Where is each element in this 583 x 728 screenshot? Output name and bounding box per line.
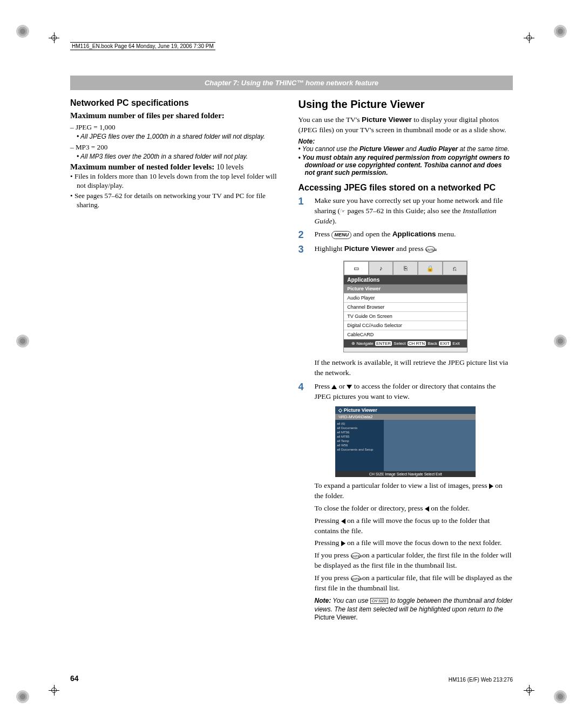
body-text: To close the folder or directory, press … (315, 504, 513, 514)
menu-footer: ⊕ Navigate ENTER Select CH RTN Back EXIT… (344, 339, 467, 348)
right-arrow-icon (341, 541, 345, 546)
tab-icon: ⎘ (393, 261, 418, 275)
list-item: • All MP3 files over the 200th in a shar… (83, 153, 285, 161)
menu-item: Audio Player (344, 294, 467, 303)
body-text: You can use the TV's Picture Viewer to d… (299, 115, 513, 135)
body-text: Pressing on a file will move the focus d… (315, 538, 513, 548)
chsize-button-icon: CH SIZE (370, 598, 389, 604)
page-title: Using the Picture Viewer (299, 98, 513, 111)
enter-button-icon: ENTER (351, 553, 361, 559)
step: 2 Press MENU and open the Applications m… (299, 229, 513, 241)
menu-item: Picture Viewer (344, 284, 467, 294)
step-number: 2 (299, 229, 315, 241)
body-text: To expand a particular folder to view a … (315, 481, 513, 501)
tab-icon: ♪ (369, 261, 394, 275)
menu-item: Channel Browser (344, 303, 467, 312)
right-column: Using the Picture Viewer You can use the… (299, 98, 513, 622)
body-text: Pressing on a file will move the focus u… (315, 516, 513, 536)
list-item: • All JPEG files over the 1,000th in a s… (83, 133, 285, 141)
section-heading: Accessing JPEG files stored on a network… (299, 183, 513, 193)
note-text: Note: You can use CH SIZE to toggle betw… (315, 597, 513, 622)
step: 1 Make sure you have correctly set up yo… (299, 196, 513, 227)
left-arrow-icon (425, 506, 429, 512)
chapter-header: Chapter 7: Using the THINC™ home network… (70, 76, 513, 90)
page-number: 64 (70, 674, 79, 683)
picture-viewer-screenshot: ◇ Picture Viewer \\RD-MV04\Data2 all (6)… (335, 406, 476, 477)
step-number: 1 (299, 196, 315, 227)
registration-mark (16, 25, 29, 38)
tab-icon: ▭ (344, 261, 369, 275)
menu-button-icon: MENU (331, 231, 351, 239)
menu-item: TV Guide On Screen (344, 312, 467, 321)
registration-mark (16, 690, 29, 703)
section-heading: Networked PC specifications (70, 98, 285, 108)
enter-button-icon: ENTER (351, 575, 361, 582)
body-text: If you press ENTER on a particular folde… (315, 550, 513, 571)
right-arrow-icon (489, 484, 493, 489)
crop-mark (49, 32, 59, 43)
registration-mark (554, 690, 567, 703)
crop-mark (524, 32, 534, 43)
menu-item: CableCARD (344, 330, 467, 339)
applications-menu-screenshot: ▭ ♪ ⎘ 🔒 ⎌ Applications Picture Viewer Au… (343, 261, 467, 352)
registration-mark (554, 335, 567, 348)
footer-code: HM116 (E/F) Web 213:276 (449, 677, 513, 683)
note-item: • You cannot use the Picture Viewer and … (305, 145, 513, 153)
pointer-icon: ☞ (340, 208, 345, 214)
left-arrow-icon (341, 519, 345, 524)
note-block: Note: • You cannot use the Picture Viewe… (299, 138, 513, 176)
menu-title: Applications (344, 275, 467, 284)
note-item: • You must obtain any required permissio… (305, 154, 513, 176)
enter-button-icon: ENTER (425, 246, 435, 253)
list-item: • See pages 57–62 for details on network… (77, 191, 285, 209)
up-arrow-icon (331, 385, 337, 389)
left-column: Networked PC specifications Maximum numb… (70, 98, 285, 622)
tab-icon: ⎌ (443, 261, 467, 275)
list-item: – JPEG = 1,000 (77, 123, 285, 132)
crop-mark (524, 685, 534, 696)
value: 10 levels (216, 163, 243, 171)
list-item: • Files in folders more than 10 levels d… (77, 172, 285, 190)
subheading: Maximum number of files per shared folde… (70, 111, 285, 120)
crop-mark (49, 685, 59, 696)
registration-mark (554, 25, 567, 38)
tab-icon: 🔒 (418, 261, 443, 275)
body-text: If you press ENTER on a particular file,… (315, 573, 513, 594)
subheading: Maximum number of nested folder levels: (70, 162, 216, 171)
registration-mark (16, 335, 29, 348)
menu-item: Digital CC/Audio Selector (344, 321, 467, 330)
step: 4 Press or to access the folder or direc… (299, 382, 513, 402)
body-text: If the network is available, it will ret… (315, 358, 513, 378)
print-header: HM116_EN.book Page 64 Monday, June 19, 2… (70, 42, 215, 50)
list-item: – MP3 = 200 (77, 142, 285, 152)
step-number: 4 (299, 382, 315, 402)
down-arrow-icon (347, 385, 352, 389)
step-number: 3 (299, 244, 315, 255)
step: 3 Highlight Picture Viewer and press ENT… (299, 244, 513, 255)
